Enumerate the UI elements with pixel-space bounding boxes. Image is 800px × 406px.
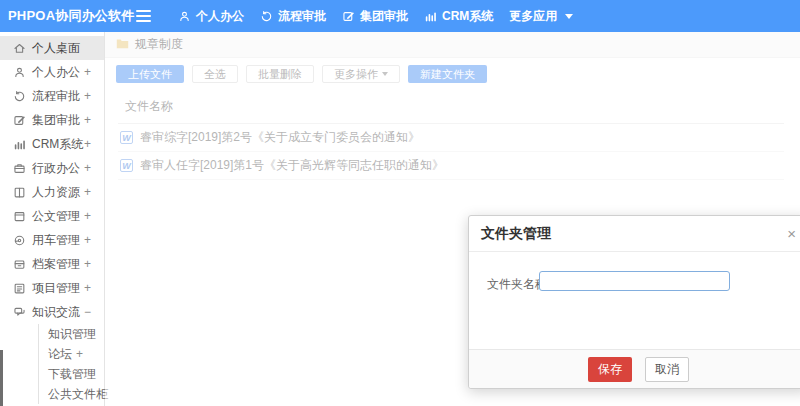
- collapse-icon[interactable]: −: [84, 305, 91, 319]
- project-icon: [13, 282, 26, 295]
- sidebar-item-group-approval[interactable]: 集团审批+: [0, 108, 104, 132]
- sidebar-item-administrative-office[interactable]: 行政办公+: [0, 156, 104, 180]
- sidebar-item-archive-management[interactable]: 档案管理+: [0, 252, 104, 276]
- folder-name-label: 文件夹名称: [487, 276, 547, 293]
- menu-toggle-icon[interactable]: [136, 10, 151, 22]
- sidebar-subitem-forum[interactable]: 论坛+: [39, 344, 104, 364]
- expand-icon[interactable]: +: [84, 161, 91, 175]
- app-logo[interactable]: PHPOA协同办公软件: [0, 7, 136, 25]
- nav-item-more-apps[interactable]: 更多应用: [509, 8, 573, 25]
- sidebar-item-label: 个人桌面: [32, 40, 80, 57]
- sidebar-item-label: 公文管理: [32, 208, 80, 225]
- sidebar-subitem-label: 知识管理: [48, 326, 96, 343]
- sidebar-item-vehicle-management[interactable]: 用车管理+: [0, 228, 104, 252]
- chart-icon: [13, 138, 26, 151]
- user-icon: [13, 66, 26, 79]
- expand-icon[interactable]: +: [84, 233, 91, 247]
- nav-item-crm-system[interactable]: CRM系统: [424, 8, 493, 25]
- nav-item-label: 更多应用: [509, 8, 557, 25]
- sidebar-item-document-management[interactable]: 公文管理+: [0, 204, 104, 228]
- nav-item-label: 流程审批: [278, 8, 326, 25]
- nav-item-label: 个人办公: [196, 8, 244, 25]
- modal-header: 文件夹管理 ×: [469, 216, 800, 252]
- chat-icon: [13, 306, 26, 319]
- archive-icon: [13, 258, 26, 271]
- sidebar-item-label: 集团审批: [32, 112, 80, 129]
- home-icon: [13, 42, 26, 55]
- sidebar-item-workflow-approval[interactable]: 流程审批+: [0, 84, 104, 108]
- sidebar-item-label: 流程审批: [32, 88, 80, 105]
- nav-item-label: CRM系统: [442, 8, 493, 25]
- sidebar-item-label: 个人办公: [32, 64, 80, 81]
- modal-footer: 保存 取消: [469, 349, 800, 388]
- sidebar: 个人桌面个人办公+流程审批+集团审批+CRM系统+行政办公+人力资源+公文管理+…: [0, 32, 105, 406]
- sidebar-item-label: 项目管理: [32, 280, 80, 297]
- sidebar-item-label: 行政办公: [32, 160, 80, 177]
- sidebar-subitem-public-file-cabinet[interactable]: 公共文件柜: [39, 384, 104, 404]
- app-window: PHPOA协同办公软件 个人办公流程审批集团审批CRM系统更多应用 个人桌面个人…: [0, 0, 800, 406]
- expand-icon[interactable]: +: [84, 281, 91, 295]
- history-icon: [13, 90, 26, 103]
- expand-icon[interactable]: +: [84, 257, 91, 271]
- modal-title: 文件夹管理: [481, 225, 551, 243]
- chart-icon: [424, 10, 437, 23]
- edit-icon: [13, 114, 26, 127]
- expand-icon[interactable]: +: [84, 65, 91, 79]
- close-icon[interactable]: ×: [787, 226, 796, 241]
- sidebar-submenu: 知识管理论坛+下载管理公共文件柜: [38, 324, 104, 404]
- sidebar-subitem-knowledge-management[interactable]: 知识管理: [39, 324, 104, 344]
- sidebar-item-knowledge-exchange[interactable]: 知识交流−: [0, 300, 104, 324]
- folder-management-modal: 文件夹管理 × 文件夹名称 保存 取消: [468, 215, 800, 389]
- sidebar-subitem-label: 公共文件柜: [48, 386, 108, 403]
- folder-name-input[interactable]: [539, 271, 730, 291]
- expand-icon[interactable]: +: [84, 137, 91, 151]
- sidebar-item-project-management[interactable]: 项目管理+: [0, 276, 104, 300]
- expand-icon[interactable]: +: [84, 89, 91, 103]
- sidebar-item-human-resources[interactable]: 人力资源+: [0, 180, 104, 204]
- sidebar-subitem-download-management[interactable]: 下载管理: [39, 364, 104, 384]
- nav-item-label: 集团审批: [360, 8, 408, 25]
- briefcase-icon: [13, 162, 26, 175]
- expand-icon[interactable]: +: [76, 347, 83, 361]
- sidebar-subitem-label: 论坛: [48, 346, 72, 363]
- edit-icon: [342, 10, 355, 23]
- sidebar-subitem-label: 下载管理: [48, 366, 96, 383]
- expand-icon[interactable]: +: [84, 209, 91, 223]
- doc-icon: [13, 210, 26, 223]
- save-button[interactable]: 保存: [588, 357, 632, 382]
- expand-icon[interactable]: +: [84, 113, 91, 127]
- nav-item-workflow-approval[interactable]: 流程审批: [260, 8, 326, 25]
- sidebar-item-label: 人力资源: [32, 184, 80, 201]
- modal-body: 文件夹名称: [469, 252, 800, 350]
- expand-icon[interactable]: +: [84, 185, 91, 199]
- top-navbar: PHPOA协同办公软件 个人办公流程审批集团审批CRM系统更多应用: [0, 0, 800, 32]
- history-icon: [260, 10, 273, 23]
- sidebar-item-label: 用车管理: [32, 232, 80, 249]
- chevron-down-icon: [565, 14, 573, 19]
- user-icon: [178, 10, 191, 23]
- sidebar-scrollbar-thumb[interactable]: [0, 350, 3, 406]
- sidebar-item-label: CRM系统: [32, 136, 83, 153]
- sidebar-item-personal-desktop[interactable]: 个人桌面: [0, 36, 104, 60]
- nav-item-personal-office[interactable]: 个人办公: [178, 8, 244, 25]
- book-icon: [13, 186, 26, 199]
- cancel-button[interactable]: 取消: [645, 357, 689, 382]
- sidebar-item-label: 档案管理: [32, 256, 80, 273]
- sidebar-item-crm-system[interactable]: CRM系统+: [0, 132, 104, 156]
- sidebar-item-personal-office[interactable]: 个人办公+: [0, 60, 104, 84]
- top-nav: 个人办公流程审批集团审批CRM系统更多应用: [178, 8, 573, 25]
- nav-item-group-approval[interactable]: 集团审批: [342, 8, 408, 25]
- sidebar-item-label: 知识交流: [32, 304, 80, 321]
- car-icon: [13, 234, 26, 247]
